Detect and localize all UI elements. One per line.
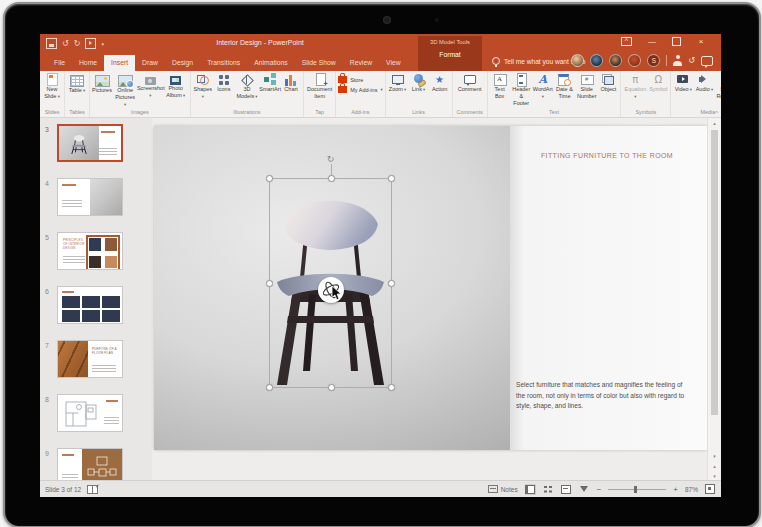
chart-button[interactable]: Chart [281,72,301,93]
thumbnail-slide-8[interactable] [57,394,123,432]
zoom-out-button[interactable]: − [597,485,602,494]
table-button[interactable]: Table [67,72,87,94]
close-icon[interactable]: × [695,37,707,46]
document-item-button[interactable]: Document Item [306,72,333,100]
action-button[interactable]: Action [430,72,450,93]
coauthor-avatar[interactable] [628,54,641,67]
comments-icon[interactable] [701,56,713,66]
scroll-down-icon[interactable]: ▾ [708,453,721,459]
shapes-button[interactable]: Shapes [193,72,213,100]
normal-view-icon [525,485,535,494]
resize-handle[interactable] [266,280,273,287]
resize-handle[interactable] [328,175,335,182]
thumbnail-slide-3[interactable] [57,124,123,162]
3d-models-button[interactable]: 3D Models [235,72,259,100]
current-slide-canvas[interactable]: FITTING FURNITURE TO THE ROOM Select fur… [154,126,707,450]
ribbon-display-options-icon[interactable]: ^ [621,37,632,46]
date-time-button[interactable]: Date & Time [554,72,575,100]
tab-animations[interactable]: Animations [247,55,295,71]
scroll-up-icon[interactable]: ▴ [708,120,721,126]
thumbnail-slide-9[interactable] [57,448,123,481]
restore-icon[interactable] [672,37,681,46]
new-slide-button[interactable]: New Slide [42,72,62,100]
previous-slide-icon[interactable]: ▴ [708,463,721,469]
object-button[interactable]: Object [598,72,618,93]
notes-button[interactable]: Notes [488,485,518,493]
3d-rotate-control[interactable] [318,277,344,303]
collapse-ribbon-icon[interactable]: ^ [715,110,718,116]
document-item-icon [313,73,327,86]
tab-format[interactable]: Format [418,45,482,58]
vertical-scrollbar[interactable]: ▴ ▾ ▴ ▾ [707,118,721,481]
reading-view-button[interactable] [561,484,572,495]
header-footer-button[interactable]: Header & Footer [511,72,532,107]
fit-slide-to-window-icon[interactable] [705,484,715,494]
resize-handle[interactable] [388,175,395,182]
thumbnail-slide-5[interactable]: PRINCIPLES OF INTERIOR DESIGN [57,232,123,270]
icons-button[interactable]: Icons [214,72,234,93]
tab-design[interactable]: Design [165,55,200,71]
my-add-ins-button[interactable]: My Add-ins [338,86,382,93]
wordart-button[interactable]: WordArt [533,72,553,100]
pictures-button[interactable]: Pictures [92,72,112,94]
online-pictures-button[interactable]: Online Pictures [113,72,137,108]
slide-sorter-view-button[interactable] [543,484,554,495]
spell-check-icon[interactable] [87,485,98,494]
store-button[interactable]: Store [338,76,382,83]
tab-draw[interactable]: Draw [135,55,165,71]
screenshot-button[interactable]: Screenshot [138,72,162,99]
history-icon[interactable]: ↺ [688,54,695,67]
slide-number-button[interactable]: Slide Number [576,72,597,100]
start-presentation-icon[interactable] [85,38,96,49]
screen-recording-button[interactable]: Screen Recording [715,72,721,100]
comment-button[interactable]: Comment [457,72,483,93]
next-slide-icon[interactable]: ▾ [708,473,721,479]
share-icon[interactable] [673,55,682,66]
coauthor-avatar[interactable] [609,54,622,67]
zoom-slider-thumb[interactable] [634,486,637,493]
tab-file[interactable]: File [47,55,72,71]
tab-slide-show[interactable]: Slide Show [295,55,343,71]
slide-title[interactable]: FITTING FURNITURE TO THE ROOM [514,152,700,159]
resize-handle[interactable] [388,384,395,391]
redo-icon[interactable]: ↻ [74,39,81,48]
tab-home[interactable]: Home [72,55,104,71]
zoom-in-button[interactable]: + [673,485,678,494]
coauthor-avatar-badge[interactable]: S [647,54,660,67]
coauthor-avatar[interactable] [590,54,603,67]
slide-body-text[interactable]: Select furniture that matches and magnif… [516,380,692,412]
tab-transitions[interactable]: Transitions [200,55,247,71]
resize-handle[interactable] [266,384,273,391]
video-button[interactable]: Video [673,72,693,93]
3d-model-selection[interactable]: ↻ [269,178,392,388]
audio-button[interactable]: Audio [694,72,714,93]
normal-view-button[interactable] [525,484,536,495]
rotation-handle-icon[interactable]: ↻ [326,154,336,164]
slide-editing-area[interactable]: FITTING FURNITURE TO THE ROOM Select fur… [152,118,721,481]
save-icon[interactable] [46,38,57,49]
minimize-icon[interactable]: — [646,37,658,46]
photo-album-button[interactable]: Photo Album [164,72,188,99]
thumbnail-slide-4[interactable] [57,178,123,216]
undo-icon[interactable]: ↺ [62,39,69,48]
slide-show-button[interactable] [579,484,590,495]
text-box-button[interactable]: Text Box [490,72,510,100]
tab-review[interactable]: Review [343,55,379,71]
tab-view[interactable]: View [379,55,408,71]
qat-customize-caret-icon[interactable]: ▾ [101,41,104,47]
zoom-level[interactable]: 87% [685,486,698,493]
thumbnail-slide-7[interactable]: PURPOSE OF A FLOOR PLAN [57,340,123,378]
resize-handle[interactable] [328,384,335,391]
tab-insert[interactable]: Insert [104,55,135,71]
thumb-decoration [106,400,118,402]
link-button[interactable]: Link [409,72,429,93]
thumbnail-slide-6[interactable] [57,286,123,324]
resize-handle[interactable] [388,280,395,287]
scrollbar-thumb[interactable] [711,130,718,415]
coauthor-avatar[interactable] [571,54,584,67]
zoom-button[interactable]: Zoom [388,72,408,93]
zoom-slider[interactable] [608,489,666,490]
slide-thumbnail-panel[interactable]: 3 4 5 PRINCIPLES [40,118,153,481]
resize-handle[interactable] [266,175,273,182]
smartart-button[interactable]: SmartArt [260,72,280,93]
